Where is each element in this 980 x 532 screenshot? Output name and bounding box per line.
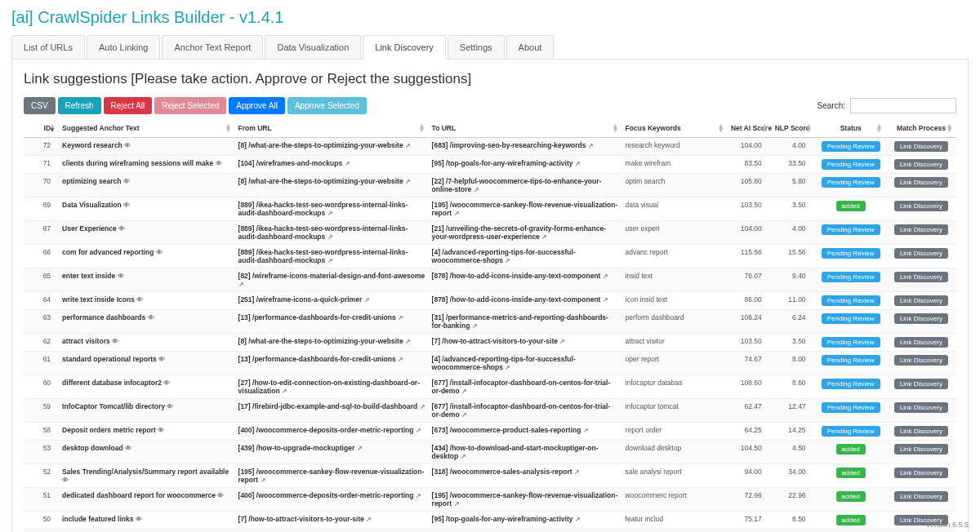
open-link-icon[interactable]: ↗ — [603, 296, 608, 304]
open-link-icon[interactable]: ↗ — [583, 427, 589, 434]
open-link-icon[interactable]: ↗ — [405, 338, 411, 345]
open-link-icon[interactable]: ↗ — [398, 356, 403, 363]
preview-icon[interactable]: 👁 — [163, 379, 170, 387]
preview-icon[interactable]: 👁 — [216, 160, 222, 167]
open-link-icon[interactable]: ↗ — [461, 453, 466, 460]
tab-about[interactable]: About — [506, 35, 555, 59]
col-match[interactable]: Match Process▲▼ — [886, 119, 956, 138]
table-row[interactable]: 64write text inside Icons 👁[251] /wirefr… — [24, 292, 956, 310]
table-row[interactable]: 59InfoCaptor Tomcat/lib directory 👁[17] … — [24, 399, 956, 423]
open-link-icon[interactable]: ↗ — [588, 142, 594, 149]
status-badge[interactable]: added — [836, 468, 866, 478]
col-from[interactable]: From URL▲▼ — [235, 119, 429, 138]
status-badge[interactable]: Pending Review — [822, 159, 880, 170]
open-link-icon[interactable]: ↗ — [603, 273, 608, 280]
status-badge[interactable]: Pending Review — [822, 141, 880, 152]
preview-icon[interactable]: 👁 — [136, 296, 143, 304]
preview-icon[interactable]: 👁 — [158, 356, 165, 363]
preview-icon[interactable]: 👁 — [125, 445, 131, 452]
open-link-icon[interactable]: ↗ — [505, 364, 510, 371]
table-row[interactable]: 58Deposit orders metric report 👁[400] /w… — [24, 423, 956, 441]
open-link-icon[interactable]: ↗ — [327, 233, 333, 241]
table-row[interactable]: 71clients during wireframing sessions wi… — [24, 156, 956, 174]
open-link-icon[interactable]: ↗ — [405, 142, 411, 149]
open-link-icon[interactable]: ↗ — [420, 403, 425, 410]
tab-auto-linking[interactable]: Auto Linking — [87, 35, 161, 59]
preview-icon[interactable]: 👁 — [118, 273, 124, 280]
open-link-icon[interactable]: ↗ — [366, 516, 372, 523]
approve-all-button[interactable]: Approve All — [229, 97, 285, 114]
status-badge[interactable]: added — [836, 444, 866, 454]
open-link-icon[interactable]: ↗ — [364, 296, 370, 304]
table-row[interactable]: 62attract visitors 👁[8] /what-are-the-st… — [24, 334, 956, 352]
open-link-icon[interactable]: ↗ — [472, 322, 478, 330]
col-nlp[interactable]: NLP Score▲▼ — [772, 119, 816, 138]
open-link-icon[interactable]: ↗ — [398, 314, 403, 321]
tab-link-discovery[interactable]: Link Discovery — [363, 35, 446, 60]
table-row[interactable]: 69Data Visualization 👁[889] /ikea-hacks-… — [24, 197, 956, 221]
preview-icon[interactable]: 👁 — [123, 178, 130, 185]
status-badge[interactable]: added — [836, 491, 866, 502]
preview-icon[interactable]: 👁 — [148, 314, 154, 321]
open-link-icon[interactable]: ↗ — [454, 500, 460, 508]
table-row[interactable]: 70optimizing search 👁[8] /what-are-the-s… — [24, 174, 956, 197]
table-row[interactable]: 53desktop download 👁[439] /how-to-upgrad… — [24, 441, 956, 464]
status-badge[interactable]: Pending Review — [822, 295, 880, 306]
status-badge[interactable]: Pending Review — [822, 379, 880, 389]
col-to[interactable]: To URL▲▼ — [429, 119, 622, 138]
status-badge[interactable]: Pending Review — [822, 426, 880, 437]
col-status[interactable]: Status▲▼ — [816, 119, 886, 138]
preview-icon[interactable]: 👁 — [217, 492, 224, 499]
open-link-icon[interactable]: ↗ — [474, 186, 479, 193]
tab-settings[interactable]: Settings — [448, 35, 505, 59]
table-row[interactable]: 51dedicated dashboard report for woocomm… — [24, 488, 956, 512]
tab-list-of-urls[interactable]: List of URLs — [11, 35, 85, 59]
open-link-icon[interactable]: ↗ — [574, 468, 580, 476]
open-link-icon[interactable]: ↗ — [505, 257, 510, 264]
preview-icon[interactable]: 👁 — [112, 338, 118, 345]
table-row[interactable]: 66com for advanced reporting 👁[889] /ike… — [24, 245, 956, 268]
status-badge[interactable]: Pending Review — [822, 272, 880, 282]
table-row[interactable]: 63performance dashboards 👁[13] /performa… — [24, 310, 956, 334]
open-link-icon[interactable]: ↗ — [327, 257, 333, 264]
refresh-button[interactable]: Refresh — [58, 97, 101, 114]
table-row[interactable]: 65enter text inside 👁[82] /wireframe-ico… — [24, 268, 956, 292]
col-net[interactable]: Net AI Score▲▼ — [728, 119, 772, 138]
open-link-icon[interactable]: ↗ — [327, 210, 333, 217]
open-link-icon[interactable]: ↗ — [575, 160, 581, 167]
table-row[interactable]: 67User Experience 👁[889] /ikea-hacks-tes… — [24, 221, 956, 245]
col-anchor[interactable]: Suggested Anchor Text▲▼ — [59, 119, 234, 138]
open-link-icon[interactable]: ↗ — [416, 427, 421, 434]
open-link-icon[interactable]: ↗ — [461, 388, 467, 395]
status-badge[interactable]: Pending Review — [822, 402, 880, 413]
preview-icon[interactable]: 👁 — [167, 403, 173, 410]
approve-selected-button[interactable]: Approve Selected — [287, 97, 367, 114]
preview-icon[interactable]: 👁 — [158, 427, 164, 434]
table-row[interactable]: 50include featured links 👁[7] /how-to-at… — [24, 512, 956, 530]
table-row[interactable]: 72Keyword research 👁[8] /what-are-the-st… — [24, 138, 956, 156]
open-link-icon[interactable]: ↗ — [357, 445, 363, 452]
open-link-icon[interactable]: ↗ — [345, 160, 350, 167]
status-badge[interactable]: added — [836, 201, 866, 211]
reject-selected-button[interactable]: Reject Selected — [154, 97, 226, 114]
open-link-icon[interactable]: ↗ — [575, 516, 581, 523]
preview-icon[interactable]: 👁 — [124, 142, 131, 149]
csv-button[interactable]: CSV — [24, 97, 56, 114]
open-link-icon[interactable]: ↗ — [282, 388, 287, 395]
status-badge[interactable]: Pending Review — [822, 177, 880, 188]
open-link-icon[interactable]: ↗ — [541, 233, 547, 241]
table-row[interactable]: 52Sales Trending/Analysis/Summary report… — [24, 464, 956, 488]
open-link-icon[interactable]: ↗ — [416, 492, 421, 499]
tab-data-visualization[interactable]: Data Visualization — [265, 35, 361, 59]
table-row[interactable]: 61standard operational reports 👁[13] /pe… — [24, 352, 956, 375]
status-badge[interactable]: Pending Review — [822, 224, 880, 235]
preview-icon[interactable]: 👁 — [123, 202, 130, 209]
status-badge[interactable]: added — [836, 515, 866, 525]
preview-icon[interactable]: 👁 — [136, 516, 142, 523]
status-badge[interactable]: Pending Review — [822, 248, 880, 259]
tab-anchor-text-report[interactable]: Anchor Text Report — [162, 35, 263, 59]
table-row[interactable]: 49entire process 👁[6] /the-benefits-of-a… — [24, 530, 956, 533]
col-id[interactable]: ID▲▼ — [24, 119, 59, 138]
open-link-icon[interactable]: ↗ — [238, 281, 244, 288]
status-badge[interactable]: Pending Review — [822, 337, 880, 348]
